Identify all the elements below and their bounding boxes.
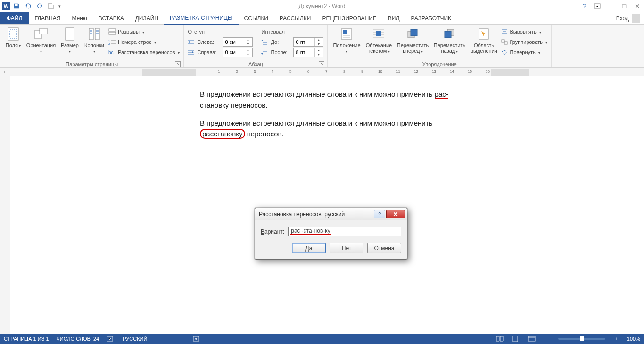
no-button[interactable]: Нет [330,243,363,253]
line-numbers-button[interactable]: 12 Номера строк [108,37,180,47]
align-label: Выровнять [510,29,536,34]
svg-rect-9 [109,32,116,34]
horizontal-ruler[interactable]: 321 1234 5678 9101112 1314151617 [10,68,644,76]
proofing-icon[interactable] [107,336,115,342]
qat-customize-icon[interactable]: ▾ [58,4,61,8]
tab-file[interactable]: ФАЙЛ [0,12,29,24]
indent-left-input[interactable]: ▲▼ [223,37,253,47]
bring-forward-button[interactable]: Переместить вперед [396,26,429,54]
dialog-help-icon[interactable]: ? [374,210,385,218]
size-button[interactable]: Размер [59,26,80,54]
space-after-row: После: ▲▼ [261,47,323,58]
window-title: Документ2 - Word [0,3,644,9]
hyphenation-dialog: Расстановка переносов: русский ? ВВариан… [255,208,407,260]
svg-rect-4 [40,28,47,34]
space-after-input[interactable]: ▲▼ [293,48,323,57]
tab-mailings[interactable]: РАССЫЛКИ [274,12,316,24]
position-button[interactable]: Положение [331,26,362,54]
size-label: Размер [59,42,80,54]
space-after-label: После: [271,50,290,55]
zoom-level[interactable]: 100% [627,336,640,342]
paragraph-2[interactable]: В предложении встречаются длинные слова … [143,114,516,143]
wrap-text-button[interactable]: Обтекание текстом [364,26,393,54]
orientation-button[interactable]: Ориентация [25,26,57,54]
tab-menu[interactable]: Меню [66,12,92,24]
hyphenation-label: Расстановка переносов [118,50,175,55]
ribbon: Поля Ориентация Размер Колонки Разрывы [0,25,644,68]
save-icon[interactable] [13,3,20,9]
page[interactable]: В предложении встречаются длинные слова … [143,80,516,142]
tab-references[interactable]: ССЫЛКИ [239,12,274,24]
indent-header: Отступ [188,29,205,34]
svg-text:8: 8 [343,69,346,74]
hyphenation-button[interactable]: bc Расстановка переносов [108,47,180,58]
svg-text:4: 4 [272,69,274,74]
status-page[interactable]: СТРАНИЦА 1 ИЗ 1 [4,336,49,342]
web-layout-icon[interactable] [528,336,537,342]
margins-label: Поля [4,42,23,48]
dialog-close-icon[interactable] [386,210,405,218]
space-before-input[interactable]: ▲▼ [293,37,323,47]
tab-home[interactable]: ГЛАВНАЯ [29,12,66,24]
tab-page-layout[interactable]: РАЗМЕТКА СТРАНИЦЫ [164,12,239,25]
paragraph-1[interactable]: В предложении встречаются длинные слова … [143,80,516,114]
ribbon-display-icon[interactable] [594,3,602,9]
group-button[interactable]: Группировать [501,37,547,47]
print-layout-icon[interactable] [512,336,520,342]
yes-button[interactable]: Да [292,243,326,253]
cancel-button[interactable]: Отмена [367,243,401,253]
svg-text:1: 1 [218,69,220,74]
maximize-icon[interactable]: □ [620,2,628,10]
columns-label: Колонки [83,42,106,54]
svg-rect-44 [491,69,529,76]
close-icon[interactable]: ✕ [634,2,641,10]
undo-icon[interactable] [25,3,32,9]
tab-view[interactable]: ВИД [382,12,405,24]
space-after-icon [261,50,268,55]
tab-insert[interactable]: ВСТАВКА [93,12,130,24]
svg-text:14: 14 [450,69,454,74]
tab-design[interactable]: ДИЗАЙН [130,12,164,24]
group-arrange: Положение Обтекание текстом Переместить … [328,25,552,67]
align-button[interactable]: Выровнять [501,26,547,37]
columns-button[interactable]: Колонки [83,26,106,54]
macro-icon[interactable] [192,336,201,342]
redo-icon[interactable] [37,3,43,9]
paragraph-launcher-icon[interactable]: ↘ [319,61,324,67]
svg-text:2: 2 [236,69,238,74]
svg-text:10: 10 [378,69,382,74]
svg-point-47 [195,338,197,340]
window-controls: ? – □ ✕ [581,2,644,10]
zoom-out-icon[interactable]: − [544,336,551,342]
new-doc-icon[interactable] [48,3,54,9]
help-icon[interactable]: ? [581,2,588,10]
rotate-button[interactable]: Повернуть [501,47,547,58]
statusbar: СТРАНИЦА 1 ИЗ 1 ЧИСЛО СЛОВ: 24 РУССКИЙ −… [0,334,644,344]
ruler-corner[interactable]: L [0,68,10,76]
dialog-titlebar[interactable]: Расстановка переносов: русский ? [255,208,407,220]
svg-text:16: 16 [486,69,490,74]
send-backward-button[interactable]: Переместить назад [432,26,466,54]
status-words[interactable]: ЧИСЛО СЛОВ: 24 [57,336,99,342]
zoom-slider[interactable] [558,338,605,340]
zoom-in-icon[interactable]: + [613,336,619,342]
tab-review[interactable]: РЕЦЕНЗИРОВАНИЕ [316,12,382,24]
signin[interactable]: Вход [612,12,644,24]
breaks-button[interactable]: Разрывы [108,26,180,37]
document-area[interactable]: 321 1234 5678 9101112 1314151617 В предл… [10,68,644,334]
page-setup-launcher-icon[interactable]: ↘ [175,61,181,67]
status-language[interactable]: РУССКИЙ [123,336,147,342]
margins-button[interactable]: Поля [4,26,23,48]
wrap-label: Обтекание текстом [364,42,393,54]
svg-text:7: 7 [325,69,328,74]
rotate-label: Повернуть [510,50,535,55]
group-paragraph: Отступ Слева: ▲▼ Справа: ▲▼ Интервал До: [184,25,328,67]
tab-developer[interactable]: РАЗРАБОТЧИК [405,12,457,24]
indent-right-input[interactable]: ▲▼ [223,48,253,57]
svg-text:5: 5 [289,69,292,74]
vertical-ruler: L [0,68,10,334]
variant-input[interactable]: рас-ста-нов-ку [288,227,401,236]
read-mode-icon[interactable] [496,336,504,342]
selection-pane-button[interactable]: Область выделения [469,26,498,54]
minimize-icon[interactable]: – [607,2,615,10]
